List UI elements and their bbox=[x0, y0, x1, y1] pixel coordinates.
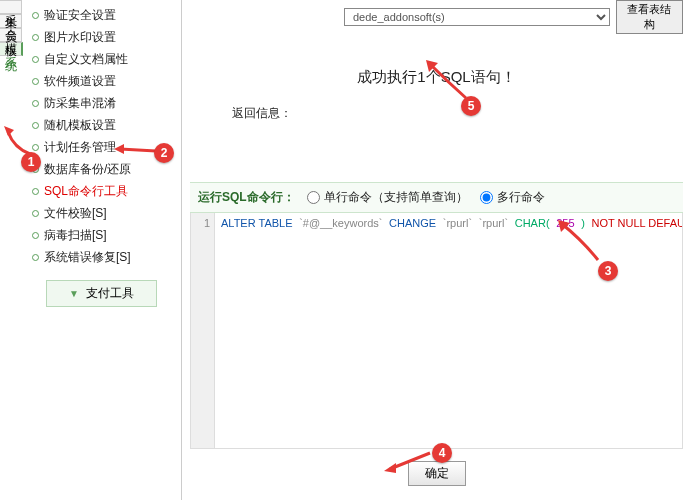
arrow-2-icon bbox=[114, 143, 156, 157]
callout-3: 3 bbox=[598, 261, 618, 281]
arrow-3-icon bbox=[558, 220, 604, 266]
callout-4: 4 bbox=[432, 443, 452, 463]
sql-mode-multi[interactable]: 多行命令 bbox=[480, 189, 545, 206]
sidebar-item-watermark[interactable]: 图片水印设置 bbox=[22, 26, 181, 48]
callout-2: 2 bbox=[154, 143, 174, 163]
view-structure-button[interactable]: 查看表结构 bbox=[616, 0, 683, 34]
svg-marker-4 bbox=[384, 463, 396, 473]
tab-collect[interactable]: 采集 bbox=[0, 0, 22, 14]
arrow-5-icon bbox=[426, 60, 470, 100]
svg-marker-0 bbox=[4, 126, 14, 136]
top-row: dede_addonsoft(s) 查看表结构 bbox=[190, 0, 683, 34]
sidebar-item-custom-doc[interactable]: 自定义文档属性 bbox=[22, 48, 181, 70]
sidebar-item-random-tpl[interactable]: 随机模板设置 bbox=[22, 114, 181, 136]
sidebar-item-sql-cli[interactable]: SQL命令行工具 bbox=[22, 180, 181, 202]
sidebar-item-virus-scan[interactable]: 病毒扫描[S] bbox=[22, 224, 181, 246]
callout-5: 5 bbox=[461, 96, 481, 116]
submit-row: 确定 bbox=[190, 461, 683, 486]
sidebar-item-db-backup[interactable]: 数据库备份/还原 bbox=[22, 158, 181, 180]
chevron-down-icon: ▼ bbox=[69, 288, 79, 299]
arrow-4-icon bbox=[384, 451, 432, 473]
left-tab-bar: 采集 会员 模板 系统 bbox=[0, 0, 20, 56]
radio-multi[interactable] bbox=[480, 191, 493, 204]
sidebar-item-file-check[interactable]: 文件校验[S] bbox=[22, 202, 181, 224]
sidebar-item-anticollect[interactable]: 防采集串混淆 bbox=[22, 92, 181, 114]
editor-gutter: 1 bbox=[191, 213, 215, 448]
sidebar: 验证安全设置 图片水印设置 自定义文档属性 软件频道设置 防采集串混淆 随机模板… bbox=[22, 0, 182, 500]
pay-tool-button[interactable]: ▼ 支付工具 bbox=[46, 280, 157, 307]
radio-single-label: 单行命令（支持简单查询） bbox=[324, 189, 468, 206]
sidebar-list: 验证安全设置 图片水印设置 自定义文档属性 软件频道设置 防采集串混淆 随机模板… bbox=[22, 0, 181, 272]
svg-line-1 bbox=[120, 149, 156, 151]
tab-template[interactable]: 模板 bbox=[0, 28, 22, 42]
pay-tool-label: 支付工具 bbox=[86, 286, 134, 300]
tab-member[interactable]: 会员 bbox=[0, 14, 22, 28]
radio-multi-label: 多行命令 bbox=[497, 189, 545, 206]
sql-editor: 1 ALTER TABLE `#@__keywords` CHANGE `rpu… bbox=[190, 213, 683, 449]
line-number: 1 bbox=[191, 217, 210, 229]
return-info-label: 返回信息： bbox=[232, 105, 683, 122]
sql-mode-row: 运行SQL命令行： 单行命令（支持简单查询） 多行命令 bbox=[190, 182, 683, 213]
sidebar-item-security[interactable]: 验证安全设置 bbox=[22, 4, 181, 26]
sql-mode-single[interactable]: 单行命令（支持简单查询） bbox=[307, 189, 468, 206]
sidebar-item-error-fix[interactable]: 系统错误修复[S] bbox=[22, 246, 181, 268]
svg-marker-2 bbox=[114, 144, 124, 154]
callout-1: 1 bbox=[21, 152, 41, 172]
editor-content[interactable]: ALTER TABLE `#@__keywords` CHANGE `rpurl… bbox=[215, 213, 682, 448]
sql-mode-label: 运行SQL命令行： bbox=[198, 189, 295, 206]
tab-system[interactable]: 系统 bbox=[0, 42, 23, 56]
radio-single[interactable] bbox=[307, 191, 320, 204]
sidebar-item-software[interactable]: 软件频道设置 bbox=[22, 70, 181, 92]
table-select[interactable]: dede_addonsoft(s) bbox=[344, 8, 610, 26]
